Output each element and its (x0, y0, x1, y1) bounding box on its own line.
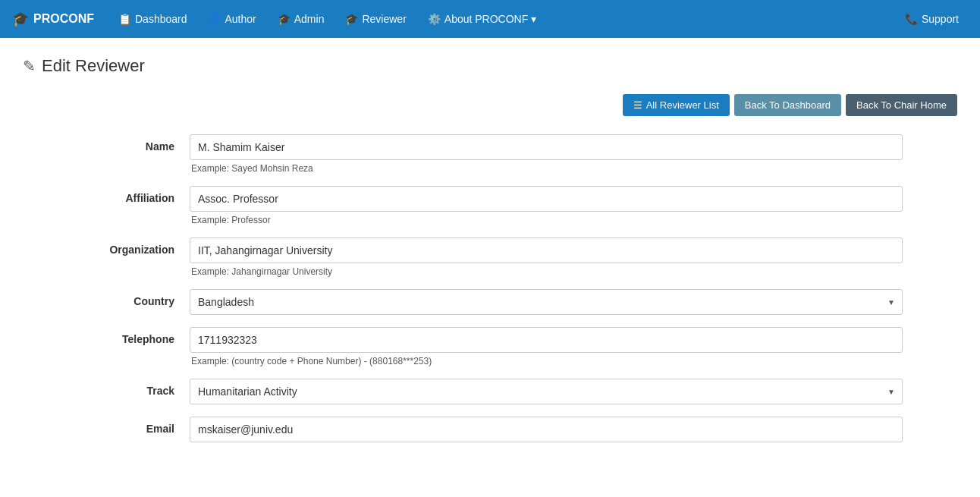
support-link[interactable]: 📞 Support (896, 7, 968, 31)
field-wrap-email (190, 417, 903, 442)
edit-reviewer-form: Name Example: Sayed Mohsin Reza Affiliat… (23, 134, 957, 442)
navbar-right: 📞 Support (896, 7, 968, 31)
page-content: ✎ Edit Reviewer ☰ All Reviewer List Back… (0, 38, 980, 473)
edit-icon: ✎ (23, 57, 36, 75)
label-track: Track (23, 379, 190, 404)
select-track[interactable]: Humanitarian Activity Computer Science E… (190, 379, 903, 404)
field-wrap-name: Example: Sayed Mohsin Reza (190, 134, 903, 174)
nav-admin-label: Admin (294, 13, 325, 25)
country-select-wrap: Bangladesh India USA UK (190, 289, 903, 315)
dashboard-icon: 📋 (118, 13, 131, 25)
back-to-dashboard-button[interactable]: Back To Dashboard (734, 94, 841, 116)
action-buttons: ☰ All Reviewer List Back To Dashboard Ba… (23, 94, 957, 116)
example-affiliation: Example: Professor (190, 215, 903, 225)
reviewer-icon: 🎓 (345, 13, 358, 25)
label-affiliation: Affiliation (23, 186, 190, 225)
back-dashboard-label: Back To Dashboard (745, 99, 831, 111)
field-wrap-telephone: Example: (country code + Phone Number) -… (190, 327, 903, 366)
support-icon: 📞 (905, 13, 918, 25)
select-country[interactable]: Bangladesh India USA UK (190, 289, 903, 315)
form-row-email: Email (23, 417, 957, 442)
form-row-affiliation: Affiliation Example: Professor (23, 186, 957, 225)
brand-icon: 🎓 (12, 11, 29, 27)
page-title: ✎ Edit Reviewer (23, 56, 957, 76)
field-wrap-organization: Example: Jahangirnagar University (190, 237, 903, 277)
list-icon: ☰ (633, 99, 642, 111)
nav-admin[interactable]: 🎓 Admin (269, 7, 334, 31)
form-row-organization: Organization Example: Jahangirnagar Univ… (23, 237, 957, 277)
field-wrap-country: Bangladesh India USA UK (190, 289, 903, 315)
input-telephone[interactable] (190, 327, 903, 353)
all-reviewer-list-label: All Reviewer List (646, 99, 719, 111)
input-organization[interactable] (190, 237, 903, 263)
back-chair-label: Back To Chair Home (856, 99, 947, 111)
author-icon: 👤 (209, 13, 221, 25)
nav-author-label: Author (225, 13, 256, 25)
field-wrap-affiliation: Example: Professor (190, 186, 903, 225)
input-name[interactable] (190, 134, 903, 160)
label-country: Country (23, 289, 190, 315)
label-email: Email (23, 417, 190, 442)
example-organization: Example: Jahangirnagar University (190, 266, 903, 277)
form-row-country: Country Bangladesh India USA UK (23, 289, 957, 315)
admin-icon: 🎓 (278, 13, 291, 25)
all-reviewer-list-button[interactable]: ☰ All Reviewer List (623, 94, 730, 116)
nav-dashboard[interactable]: 📋 Dashboard (109, 7, 196, 31)
brand-name: PROCONF (33, 12, 94, 26)
input-affiliation[interactable] (190, 186, 903, 212)
form-row-track: Track Humanitarian Activity Computer Sci… (23, 379, 957, 404)
form-row-name: Name Example: Sayed Mohsin Reza (23, 134, 957, 174)
brand-logo[interactable]: 🎓 PROCONF (12, 11, 94, 27)
nav-about[interactable]: ⚙️ About PROCONF ▾ (419, 7, 545, 31)
support-label: Support (922, 13, 959, 25)
label-name: Name (23, 134, 190, 174)
nav-reviewer-label: Reviewer (362, 13, 406, 25)
input-email[interactable] (190, 417, 903, 442)
nav-items: 📋 Dashboard 👤 Author 🎓 Admin 🎓 Reviewer … (109, 7, 896, 31)
nav-reviewer[interactable]: 🎓 Reviewer (336, 7, 415, 31)
nav-about-label: About PROCONF ▾ (444, 13, 536, 25)
track-select-wrap: Humanitarian Activity Computer Science E… (190, 379, 903, 404)
nav-dashboard-label: Dashboard (135, 13, 187, 25)
example-telephone: Example: (country code + Phone Number) -… (190, 356, 903, 366)
nav-author[interactable]: 👤 Author (199, 7, 265, 31)
navbar: 🎓 PROCONF 📋 Dashboard 👤 Author 🎓 Admin 🎓… (0, 0, 980, 38)
about-icon: ⚙️ (428, 13, 441, 25)
example-name: Example: Sayed Mohsin Reza (190, 163, 903, 174)
label-telephone: Telephone (23, 327, 190, 366)
field-wrap-track: Humanitarian Activity Computer Science E… (190, 379, 903, 404)
back-to-chair-home-button[interactable]: Back To Chair Home (846, 94, 957, 116)
form-row-telephone: Telephone Example: (country code + Phone… (23, 327, 957, 366)
page-title-text: Edit Reviewer (42, 56, 145, 76)
label-organization: Organization (23, 237, 190, 277)
